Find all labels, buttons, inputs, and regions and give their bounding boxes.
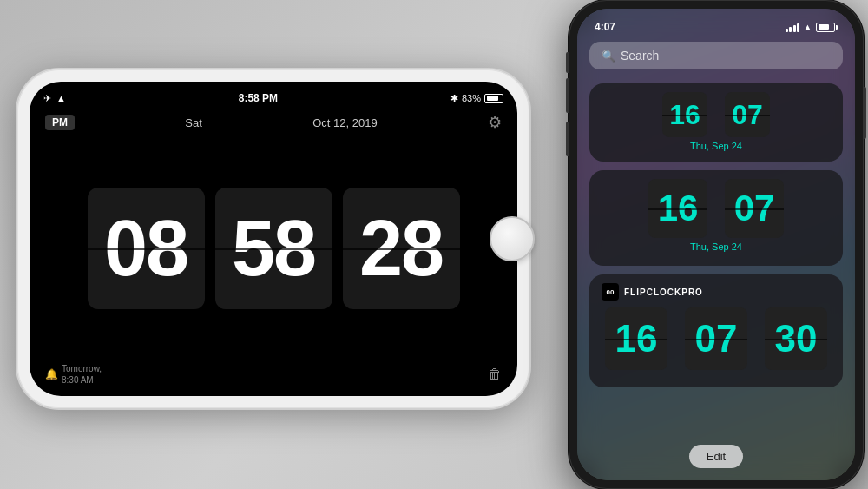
right-iphone: 4:07 ▲ bbox=[569, 0, 864, 489]
widget-3-divider-m bbox=[685, 339, 747, 340]
silent-switch[interactable] bbox=[566, 52, 569, 73]
bottom-bar: 🔔 Tomorrow,8:30 AM 🗑 bbox=[43, 360, 503, 389]
period-badge: PM bbox=[45, 115, 75, 130]
seconds-panel: 28 bbox=[343, 188, 460, 309]
widget-3: 00 FLIPCLOCKPRO 16 07 bbox=[589, 274, 843, 387]
widget-2-time-row: 16 07 bbox=[602, 179, 831, 238]
search-bar[interactable]: 🔍 Search bbox=[589, 42, 843, 69]
edit-button[interactable]: Edit bbox=[689, 445, 743, 468]
signal-bar-2 bbox=[789, 27, 792, 32]
battery-percent: 83% bbox=[462, 93, 481, 103]
app-name: FLIPCLOCKPRO bbox=[624, 287, 703, 297]
signal-bar-3 bbox=[793, 25, 796, 32]
widget-2-date: Thu, Sep 24 bbox=[602, 241, 831, 252]
widget-2-hours-panel: 16 bbox=[648, 179, 707, 238]
widget-1-date: Thu, Sep 24 bbox=[602, 141, 831, 151]
left-status-right: ✱ 83% bbox=[450, 93, 503, 104]
alarm-bell-icon: 🔔 bbox=[45, 368, 58, 380]
bluetooth-icon: ✱ bbox=[450, 93, 458, 104]
signal-icon bbox=[786, 22, 800, 32]
search-placeholder: Search bbox=[621, 49, 659, 63]
widget-1-minutes-panel: 07 bbox=[725, 92, 770, 137]
left-screen-content: ✈ ▲ 8:58 PM ✱ 83% PM bbox=[30, 82, 517, 396]
search-icon: 🔍 bbox=[602, 50, 615, 63]
right-iphone-body: 4:07 ▲ bbox=[569, 0, 864, 489]
left-iphone-body: ✈ ▲ 8:58 PM ✱ 83% PM bbox=[17, 69, 529, 408]
widgets-area: 16 07 Thu, Sep 24 bbox=[577, 78, 855, 439]
hours-panel: 08 bbox=[88, 188, 205, 309]
left-iphone-screen: ✈ ▲ 8:58 PM ✱ 83% PM bbox=[30, 82, 517, 396]
day-label: Sat bbox=[185, 116, 202, 129]
app-icon: 00 bbox=[602, 283, 619, 301]
widget-1-hours-panel: 16 bbox=[662, 92, 707, 137]
power-button[interactable] bbox=[864, 87, 866, 139]
right-battery-icon bbox=[816, 23, 838, 32]
trash-icon[interactable]: 🗑 bbox=[488, 367, 502, 382]
flip-divider-minutes bbox=[215, 248, 332, 250]
minutes-panel: 58 bbox=[215, 188, 332, 309]
edit-btn-container: Edit bbox=[577, 439, 855, 480]
widget-3-hours-panel: 16 bbox=[605, 307, 667, 370]
right-status-bar: 4:07 ▲ bbox=[577, 9, 855, 38]
app-icon-text: 00 bbox=[607, 288, 615, 296]
alarm-text: Tomorrow,8:30 AM bbox=[62, 363, 102, 386]
flip-clocks-row: 08 58 28 bbox=[43, 137, 503, 360]
home-button[interactable] bbox=[490, 216, 535, 261]
volume-down-button[interactable] bbox=[566, 122, 569, 156]
widget-3-header: 00 FLIPCLOCKPRO bbox=[602, 283, 831, 301]
left-iphone: ✈ ▲ 8:58 PM ✱ 83% PM bbox=[17, 69, 529, 408]
signal-bar-1 bbox=[786, 29, 788, 32]
left-status-time: 8:58 PM bbox=[239, 92, 278, 104]
battery-tip bbox=[836, 25, 838, 30]
widget-1: 16 07 Thu, Sep 24 bbox=[589, 83, 843, 162]
widget-3-minutes-panel: 07 bbox=[685, 307, 747, 370]
widget-3-divider-h bbox=[605, 339, 667, 340]
widget-2-minutes-panel: 07 bbox=[725, 179, 784, 238]
right-status-icons: ▲ bbox=[786, 22, 838, 32]
widget-3-time-row: 16 07 30 bbox=[602, 307, 831, 370]
right-iphone-screen: 4:07 ▲ bbox=[577, 9, 855, 480]
airplane-icon: ✈ bbox=[43, 93, 51, 104]
left-status-icons: ✈ ▲ bbox=[43, 93, 66, 104]
widget-2-divider-m bbox=[725, 208, 784, 210]
wifi-icon: ▲ bbox=[56, 93, 66, 103]
battery-fill bbox=[487, 96, 499, 101]
alarm-row: 🔔 Tomorrow,8:30 AM bbox=[45, 363, 102, 386]
right-wifi-icon: ▲ bbox=[803, 22, 812, 32]
date-label: Oct 12, 2019 bbox=[312, 116, 377, 129]
search-bar-container: 🔍 Search bbox=[577, 38, 855, 78]
widget-1-divider-m bbox=[725, 115, 770, 116]
widget-3-divider-s bbox=[765, 339, 827, 340]
widget-1-time-row: 16 07 bbox=[602, 92, 831, 137]
battery-icon bbox=[484, 94, 503, 103]
settings-icon[interactable]: ⚙ bbox=[488, 113, 502, 132]
left-status-bar: ✈ ▲ 8:58 PM ✱ 83% bbox=[43, 89, 503, 108]
widget-2: 16 07 Thu, Sep 24 bbox=[589, 170, 843, 266]
volume-up-button[interactable] bbox=[566, 78, 569, 113]
right-status-time: 4:07 bbox=[595, 21, 615, 33]
widget-3-seconds-panel: 30 bbox=[765, 307, 827, 370]
flip-divider-seconds bbox=[343, 248, 460, 250]
flip-divider-hours bbox=[88, 248, 205, 250]
signal-bar-4 bbox=[797, 23, 799, 32]
right-screen-content: 4:07 ▲ bbox=[577, 9, 855, 480]
date-row: PM Sat Oct 12, 2019 ⚙ bbox=[43, 108, 503, 137]
widget-2-divider-h bbox=[648, 208, 707, 210]
right-battery-fill bbox=[819, 24, 830, 30]
widget-1-divider-h bbox=[662, 115, 707, 116]
